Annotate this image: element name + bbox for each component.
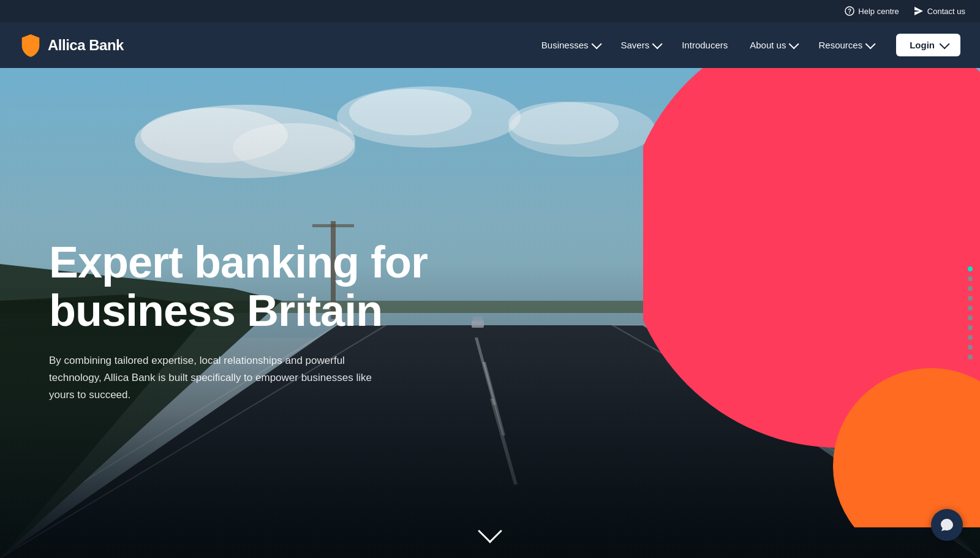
hero-section: Expert banking for business Britain By c… (0, 68, 980, 558)
chat-icon (940, 518, 954, 532)
login-button[interactable]: Login (896, 34, 960, 56)
scroll-chevron-icon (478, 519, 502, 543)
logo-text: Allica Bank (48, 37, 124, 54)
help-icon: ? (845, 6, 854, 16)
login-chevron-icon (940, 39, 950, 49)
help-centre-link[interactable]: ? Help centre (845, 6, 899, 16)
hero-headline: Expert banking for business Britain (49, 238, 429, 335)
contact-us-link[interactable]: Contact us (914, 6, 965, 16)
dot-6[interactable] (968, 315, 973, 320)
send-icon (914, 6, 924, 16)
nav-links: Businesses Savers Introducers About us R… (533, 35, 881, 55)
businesses-chevron-icon (591, 39, 601, 49)
chat-button[interactable] (931, 509, 963, 541)
dot-7[interactable] (968, 325, 973, 330)
dot-3[interactable] (968, 286, 973, 291)
carousel-dots (968, 266, 973, 360)
dot-4[interactable] (968, 296, 973, 301)
about-chevron-icon (789, 39, 799, 49)
dot-9[interactable] (968, 345, 973, 350)
svg-text:?: ? (848, 8, 851, 15)
dot-5[interactable] (968, 306, 973, 311)
nav-about-us[interactable]: About us (741, 35, 805, 55)
nav-businesses[interactable]: Businesses (533, 35, 608, 55)
nav-savers[interactable]: Savers (612, 35, 669, 55)
scroll-indicator[interactable] (481, 522, 499, 540)
utility-bar: ? Help centre Contact us (0, 0, 980, 22)
nav-resources[interactable]: Resources (810, 35, 881, 55)
hero-subtext: By combining tailored expertise, local r… (49, 353, 392, 404)
resources-chevron-icon (865, 39, 876, 49)
dot-1[interactable] (968, 266, 973, 271)
hero-content: Expert banking for business Britain By c… (49, 238, 429, 404)
dot-2[interactable] (968, 276, 973, 281)
dot-8[interactable] (968, 335, 973, 340)
main-nav: Allica Bank Businesses Savers Introducer… (0, 22, 980, 68)
logo-shield-icon (20, 33, 42, 58)
nav-introducers[interactable]: Introducers (673, 35, 736, 55)
savers-chevron-icon (652, 39, 663, 49)
dot-10[interactable] (968, 355, 973, 360)
logo[interactable]: Allica Bank (20, 33, 124, 58)
